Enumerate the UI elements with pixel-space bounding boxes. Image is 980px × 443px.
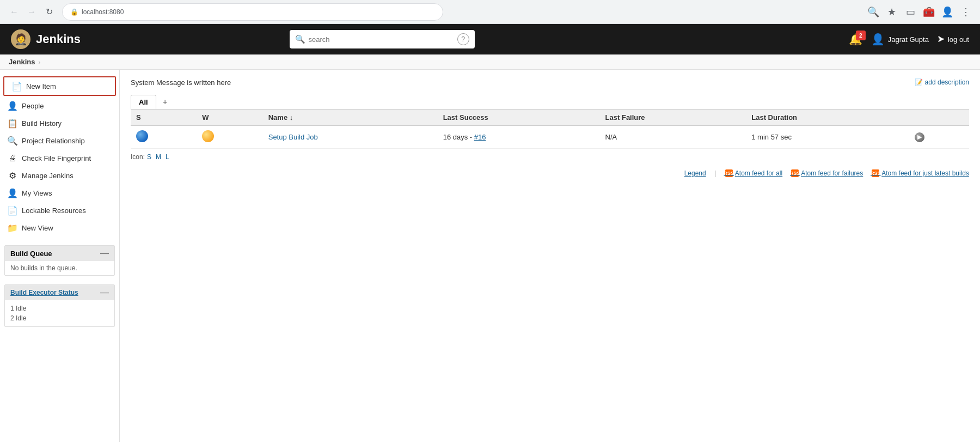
tab-add-label: + [163,97,168,106]
notification-bell[interactable]: 🔔 2 [849,33,862,46]
lockable-resources-icon: 📄 [8,205,17,215]
search-input[interactable] [309,35,454,44]
build-executor-title[interactable]: Build Executor Status [10,289,78,296]
sidebar-item-label-build-history: Build History [22,119,62,128]
last-failure-cell: N/A [600,126,746,149]
atom-feed-all-link[interactable]: RSS Atom feed for all [725,169,782,177]
tab-add[interactable]: + [157,94,173,109]
search-help-button[interactable]: ? [457,33,469,45]
bookmark-star-icon[interactable]: ★ [884,4,899,20]
status-ball-yellow-icon [202,130,214,142]
build-queue-title: Build Queue [10,250,52,258]
project-relationship-icon: 🔍 [8,136,17,145]
atom-latest-label: Atom feed for just latest builds [881,169,969,177]
fingerprint-icon: 🖨 [8,153,17,163]
add-description-link[interactable]: 📝 add description [915,78,969,86]
sidebar-item-manage-jenkins[interactable]: ⚙ Manage Jenkins [0,167,119,184]
col-header-last-failure: Last Failure [600,110,746,126]
breadcrumb: Jenkins › [0,54,980,70]
build-queue-empty-message: No builds in the queue. [10,264,77,272]
sidebar-item-lockable-resources[interactable]: 📄 Lockable Resources [0,202,119,219]
icon-sizes: Icon: S M L [131,153,969,161]
col-header-last-success: Last Success [438,110,600,126]
tab-all[interactable]: All [131,95,156,109]
sidebar-item-label-my-views: My Views [22,189,52,197]
header-right: 🔔 2 👤 Jagrat Gupta ⮞ log out [849,33,969,46]
jenkins-header: 🤵 Jenkins 🔍 ? 🔔 2 👤 Jagrat Gupta ⮞ log o… [0,24,980,54]
add-description-label: add description [925,78,969,86]
jenkins-title: Jenkins [36,32,81,46]
atom-feed-latest-link[interactable]: RSS Atom feed for just latest builds [872,169,969,177]
zoom-icon[interactable]: 🔍 [866,4,881,20]
sidebar-item-label-lockable: Lockable Resources [22,207,86,215]
address-bar[interactable]: 🔒 localhost:8080 [62,3,443,21]
build-queue-section: Build Queue — No builds in the queue. [4,245,115,276]
build-executor-section: Build Executor Status — 1 Idle 2 Idle [4,284,115,327]
status-ball-blue-icon [136,130,148,142]
url-text: localhost:8080 [82,8,124,16]
sidebar-item-label-people: People [22,102,44,110]
my-views-icon: 👤 [8,188,17,198]
build-executor-minimize[interactable]: — [100,288,109,297]
search-icon: 🔍 [295,34,305,44]
sidebar: 📄 New Item 👤 People 📋 Build History 🔍 Pr… [0,70,120,442]
jenkins-logo[interactable]: 🤵 Jenkins [11,29,81,49]
icon-size-l[interactable]: L [166,153,169,161]
build-queue-content: No builds in the queue. [5,261,114,275]
icon-size-m[interactable]: M [156,153,161,161]
icon-label: Icon: [131,153,145,161]
sidebar-item-people[interactable]: 👤 People [0,97,119,114]
build-queue-minimize[interactable]: — [100,249,109,258]
logout-button[interactable]: ⮞ log out [938,35,969,44]
sidebar-item-project-relationship[interactable]: 🔍 Project Relationship [0,132,119,149]
reload-button[interactable]: ↻ [41,4,57,20]
sidebar-item-check-file-fingerprint[interactable]: 🖨 Check File Fingerprint [0,149,119,167]
table-row: Setup Build Job 16 days - #16 N/A 1 min … [131,126,969,149]
executor-2-num: 2 [10,314,14,322]
back-button[interactable]: ← [7,4,22,20]
job-link[interactable]: Setup Build Job [268,133,318,141]
build-executor-header: Build Executor Status — [5,285,114,300]
sidebar-item-new-view[interactable]: 📁 New View [0,219,119,236]
logout-label: log out [948,35,969,44]
manage-jenkins-icon: ⚙ [8,171,17,180]
sort-arrow-icon: ↓ [290,113,293,122]
add-description-icon: 📝 [915,78,923,86]
legend-link[interactable]: Legend [684,169,706,177]
logout-icon: ⮞ [938,35,945,44]
breadcrumb-home[interactable]: Jenkins [9,58,35,66]
rss-failures-icon: RSS [791,169,799,177]
profile-icon[interactable]: 👤 [940,4,955,20]
table-header-row: S W Name ↓ Last Success Last Failure Las… [131,110,969,126]
main-layout: 📄 New Item 👤 People 📋 Build History 🔍 Pr… [0,70,980,442]
cast-icon[interactable]: ▭ [903,4,918,20]
sidebar-item-label-fingerprint: Check File Fingerprint [22,154,91,162]
content-area: 📝 add description System Message is writ… [120,70,980,442]
status-w-cell [197,126,262,149]
sidebar-item-new-item[interactable]: 📄 New Item [3,76,116,96]
col-name-label: Name [268,113,290,122]
keepbuild-icon[interactable]: ▶ [915,132,924,142]
sidebar-item-my-views[interactable]: 👤 My Views [0,184,119,202]
extensions-icon[interactable]: 🧰 [921,4,936,20]
atom-failures-label: Atom feed for failures [801,169,863,177]
col-header-name: Name ↓ [263,110,438,126]
user-info[interactable]: 👤 Jagrat Gupta [871,33,929,46]
last-success-build-link[interactable]: #16 [474,133,486,141]
atom-feed-failures-link[interactable]: RSS Atom feed for failures [791,169,863,177]
executor-row-2: 2 Idle [10,313,109,323]
jenkins-search-bar: 🔍 ? [246,30,518,48]
build-queue-header: Build Queue — [5,246,114,261]
sidebar-item-build-history[interactable]: 📋 Build History [0,114,119,132]
tab-all-label: All [139,98,148,106]
user-icon: 👤 [871,33,885,46]
forward-button[interactable]: → [24,4,39,20]
browser-nav-buttons: ← → ↻ [7,4,57,20]
icon-size-s[interactable]: S [147,153,151,161]
menu-icon[interactable]: ⋮ [958,4,973,20]
new-item-icon: 📄 [12,81,22,91]
browser-toolbar-icons: 🔍 ★ ▭ 🧰 👤 ⋮ [866,4,973,20]
last-success-cell: 16 days - #16 [438,126,600,149]
people-icon: 👤 [8,101,17,111]
action-cell: ▶ [909,126,969,149]
